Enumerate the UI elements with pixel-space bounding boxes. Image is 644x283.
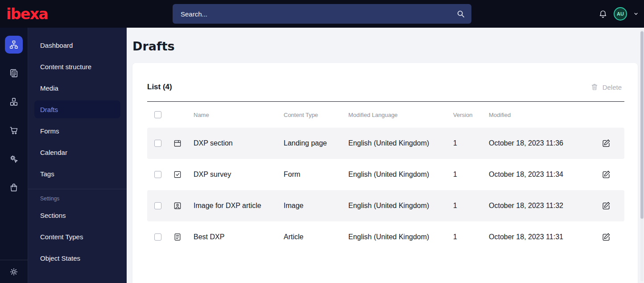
- settings-section-label: Settings: [28, 189, 127, 204]
- row-modified: October 18, 2023 11:36: [489, 139, 599, 147]
- avatar[interactable]: AU: [614, 7, 627, 21]
- table-row[interactable]: DXP survey Form English (United Kingdom)…: [147, 159, 624, 190]
- sidebar-item-label: Forms: [40, 127, 59, 135]
- row-version: 1: [453, 171, 489, 179]
- sidebar-item-label: Calendar: [40, 149, 67, 156]
- avatar-initials: AU: [617, 11, 624, 17]
- rail-bottom: [0, 260, 28, 283]
- row-checkbox[interactable]: [154, 171, 161, 178]
- search-icon: [456, 9, 465, 18]
- edit-button[interactable]: [601, 138, 611, 148]
- row-modified: October 18, 2023 11:31: [489, 233, 599, 241]
- row-language: English (United Kingdom): [348, 202, 453, 210]
- sidebar-item-content-types[interactable]: Content Types: [28, 226, 127, 247]
- content-icon: [9, 68, 19, 78]
- icon-rail: [0, 28, 28, 283]
- row-version: 1: [453, 202, 489, 210]
- dashboard-icon: [9, 40, 19, 50]
- sidebar-item-label: Media: [40, 84, 58, 92]
- sidebar-menu: Dashboard Content structure Media Drafts…: [28, 28, 127, 283]
- notifications-button[interactable]: [599, 9, 607, 18]
- media-icon: [9, 97, 19, 107]
- row-content-type: Landing page: [284, 139, 348, 147]
- row-content-type: Image: [284, 202, 348, 210]
- row-name: DXP survey: [186, 171, 284, 179]
- edit-icon: [601, 138, 611, 148]
- ibexa-logo[interactable]: ibexa: [6, 7, 48, 21]
- sidebar-item-drafts[interactable]: Drafts: [34, 100, 120, 118]
- delete-label: Delete: [603, 83, 622, 91]
- row-modified: October 18, 2023 11:34: [489, 171, 599, 179]
- search-input[interactable]: [180, 10, 456, 18]
- drafts-table: Name Content Type Modified Language Vers…: [147, 101, 624, 253]
- settings-menu-list: Sections Content Types Object States: [28, 204, 127, 269]
- topbar-right: AU: [599, 0, 639, 28]
- app-shell: Dashboard Content structure Media Drafts…: [0, 28, 644, 283]
- rail-item-content[interactable]: [5, 64, 23, 82]
- edit-button[interactable]: [601, 232, 611, 242]
- row-name: Image for DXP article: [186, 202, 284, 210]
- row-language: English (United Kingdom): [348, 139, 453, 147]
- header-modified: Modified: [489, 112, 599, 118]
- delete-button[interactable]: Delete: [588, 83, 624, 92]
- table-row[interactable]: Best DXP Article English (United Kingdom…: [147, 221, 624, 253]
- personalization-icon: [9, 154, 19, 164]
- edit-button[interactable]: [601, 170, 611, 179]
- select-all-checkbox[interactable]: [154, 111, 161, 118]
- row-content-type: Form: [284, 171, 348, 179]
- scrollbar-track[interactable]: [640, 29, 644, 281]
- table-row[interactable]: Image for DXP article Image English (Uni…: [147, 190, 624, 221]
- rail-item-media[interactable]: [5, 93, 23, 111]
- sidebar-item-forms[interactable]: Forms: [28, 120, 127, 142]
- sidebar-item-object-states[interactable]: Object States: [28, 247, 127, 269]
- row-version: 1: [453, 139, 489, 147]
- row-version: 1: [453, 233, 489, 241]
- sidebar-item-label: Content Types: [40, 233, 83, 241]
- sidebar-item-sections[interactable]: Sections: [28, 204, 127, 226]
- row-content-type: Article: [284, 233, 348, 241]
- sidebar-item-calendar[interactable]: Calendar: [28, 142, 127, 163]
- form-icon: [173, 170, 182, 179]
- global-search[interactable]: [173, 4, 471, 24]
- sidebar-item-label: Sections: [40, 212, 66, 219]
- rail-item-commerce[interactable]: [5, 121, 23, 139]
- edit-icon: [601, 232, 611, 242]
- sidebar-item-label: Object States: [40, 254, 80, 262]
- trash-icon: [590, 83, 599, 91]
- row-checkbox[interactable]: [154, 140, 161, 147]
- row-name: Best DXP: [186, 233, 284, 241]
- edit-icon: [601, 170, 611, 179]
- user-menu-caret-icon: [633, 11, 639, 17]
- article-icon: [173, 233, 182, 241]
- list-header: List (4) Delete: [147, 83, 624, 92]
- edit-icon: [601, 201, 611, 211]
- notifications-bell-icon: [599, 9, 607, 18]
- search-button[interactable]: [456, 9, 465, 18]
- rail-item-activity[interactable]: [5, 179, 23, 196]
- rail-item-dashboard[interactable]: [5, 36, 23, 54]
- edit-button[interactable]: [601, 201, 611, 211]
- list-title: List (4): [147, 83, 172, 92]
- table-header-row: Name Content Type Modified Language Vers…: [147, 102, 624, 128]
- landing-page-icon: [173, 139, 182, 148]
- header-version: Version: [453, 112, 489, 118]
- row-language: English (United Kingdom): [348, 233, 453, 241]
- sidebar-item-media[interactable]: Media: [28, 77, 127, 99]
- row-language: English (United Kingdom): [348, 171, 453, 179]
- scrollbar-thumb[interactable]: [640, 31, 644, 219]
- row-checkbox[interactable]: [154, 233, 161, 241]
- sidebar-item-label: Dashboard: [40, 42, 73, 49]
- row-name: DXP section: [186, 139, 284, 147]
- header-name: Name: [186, 112, 284, 118]
- rail-item-settings[interactable]: [5, 263, 23, 281]
- sidebar-item-dashboard[interactable]: Dashboard: [28, 34, 127, 56]
- row-checkbox[interactable]: [154, 202, 161, 209]
- settings-gear-icon: [9, 267, 19, 277]
- user-menu-button[interactable]: [633, 11, 639, 17]
- sidebar-item-content-structure[interactable]: Content structure: [28, 56, 127, 77]
- table-row[interactable]: DXP section Landing page English (United…: [147, 128, 624, 159]
- sidebar-item-tags[interactable]: Tags: [28, 163, 127, 184]
- drafts-card: List (4) Delete Name: [132, 63, 638, 283]
- rail-item-personalization[interactable]: [5, 150, 23, 168]
- topbar: ibexa AU: [0, 0, 644, 28]
